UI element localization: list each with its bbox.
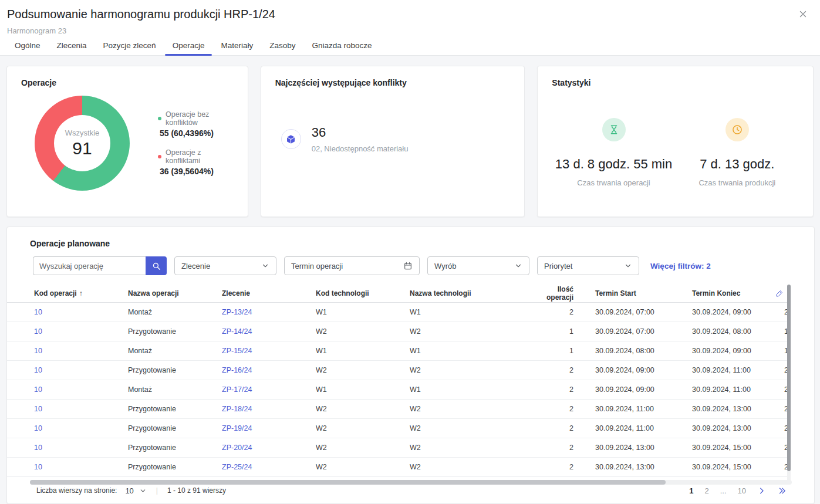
filter-bar: Zlecenie Termin operacji Wyrób Priorytet (33, 256, 814, 275)
conflict-count: 36 (312, 125, 409, 140)
cell-kod-operacji-link[interactable]: 10 (34, 424, 128, 432)
cell-zlecenie-link[interactable]: ZP-16/24 (222, 366, 316, 374)
cell-zlecenie-link[interactable]: ZP-20/24 (222, 444, 316, 452)
cell-termin-koniec: 30.09.2024, 15:00 (670, 444, 767, 452)
header-nazwa-technologii[interactable]: Nazwa technologii (410, 289, 536, 297)
filter-zlecenie-select[interactable]: Zlecenie (174, 256, 276, 275)
dialog-header: Podsumowanie harmonogramu produkcji HRP-… (0, 0, 820, 21)
cell-nazwa-operacji: Przygotowanie (128, 366, 222, 374)
page-number[interactable]: 10 (738, 486, 746, 495)
cell-zlecenie-link[interactable]: ZP-14/24 (222, 327, 316, 336)
cell-kod-operacji-link[interactable]: 10 (34, 327, 128, 336)
cell-zlecenie-link[interactable]: ZP-15/24 (222, 347, 316, 355)
table-body: 10 Montaż ZP-13/24 W1 W1 2 30.09.2024, 0… (7, 303, 814, 477)
filter-wyrob-select[interactable]: Wyrób (427, 256, 529, 275)
tab[interactable]: Zasoby (261, 38, 303, 55)
tab[interactable]: Zlecenia (49, 38, 95, 55)
rows-per-page-select[interactable]: 10 (125, 486, 146, 495)
table-row[interactable]: 10 Montaż ZP-15/24 W1 W1 1 30.09.2024, 0… (7, 341, 791, 361)
page-number[interactable]: ... (720, 486, 727, 495)
cell-kod-operacji-link[interactable]: 10 (34, 444, 128, 452)
filter-priorytet-select[interactable]: Priorytet (537, 256, 639, 275)
table-header-row: Kod operacji↑ Nazwa operacji Zlecenie Ko… (7, 284, 791, 303)
conflicts-card-title: Najczęściej występujące konflikty (275, 78, 511, 87)
legend-label: Operacje bez konfliktów (166, 110, 234, 127)
cell-ilosc-operacji: 2 (536, 385, 573, 394)
table-row[interactable]: 10 Montaż ZP-13/24 W1 W1 2 30.09.2024, 0… (7, 303, 791, 322)
table-row[interactable]: 10 Przygotowanie ZP-25/24 W2 W2 2 30.09.… (7, 458, 791, 477)
cell-cutoff-column: 2 (767, 405, 788, 413)
table-row[interactable]: 10 Przygotowanie ZP-20/24 W2 W2 2 30.09.… (7, 438, 791, 458)
tab[interactable]: Gniazda robocze (303, 38, 380, 55)
filter-termin-operacji-date[interactable]: Termin operacji (284, 256, 420, 275)
header-nazwa-operacji[interactable]: Nazwa operacji (128, 289, 222, 297)
cell-zlecenie-link[interactable]: ZP-19/24 (222, 424, 316, 432)
header-ilosc-operacji[interactable]: Ilość operacji (536, 285, 573, 302)
tab[interactable]: Operacje (164, 38, 213, 55)
cell-nazwa-technologii: W1 (410, 385, 536, 394)
table-row[interactable]: 10 Montaż ZP-17/24 W1 W1 2 30.09.2024, 0… (7, 380, 791, 400)
header-kod-operacji[interactable]: Kod operacji↑ (34, 289, 128, 297)
tab[interactable]: Ogólne (6, 38, 49, 55)
table-row[interactable]: 10 Przygotowanie ZP-14/24 W2 W2 1 30.09.… (7, 322, 791, 341)
next-page-button[interactable] (757, 486, 766, 495)
cell-zlecenie-link[interactable]: ZP-13/24 (222, 308, 316, 316)
cell-nazwa-operacji: Przygotowanie (128, 444, 222, 452)
cell-kod-operacji-link[interactable]: 10 (34, 347, 128, 355)
donut-legend: Operacje bez konfliktów 55 (60,4396%) Op… (158, 110, 234, 176)
cell-kod-operacji-link[interactable]: 10 (34, 463, 128, 471)
cell-kod-operacji-link[interactable]: 10 (34, 366, 128, 374)
sort-asc-icon: ↑ (79, 289, 83, 297)
vertical-scrollbar-thumb[interactable] (787, 285, 791, 471)
conflict-type-label: 02, Niedostępność materiału (312, 144, 409, 153)
cell-termin-start: 30.09.2024, 09:00 (573, 366, 670, 374)
cell-kod-technologii: W1 (316, 308, 410, 316)
tab[interactable]: Materiały (212, 38, 261, 55)
last-page-button[interactable] (777, 486, 787, 495)
more-filters-link[interactable]: Więcej filtrów: 2 (650, 262, 711, 270)
table-row[interactable]: 10 Przygotowanie ZP-19/24 W2 W2 2 30.09.… (7, 419, 791, 438)
cell-ilosc-operacji: 2 (536, 424, 573, 432)
cell-kod-technologii: W1 (316, 347, 410, 355)
planned-operations-title: Operacje planowane (30, 239, 814, 248)
cell-termin-start: 30.09.2024, 11:00 (573, 424, 670, 432)
package-icon (281, 129, 301, 149)
table-row[interactable]: 10 Przygotowanie ZP-18/24 W2 W2 2 30.09.… (7, 400, 791, 419)
cell-nazwa-operacji: Montaż (128, 347, 222, 355)
vertical-scrollbar-track[interactable] (787, 285, 791, 482)
tab[interactable]: Pozycje zleceń (95, 38, 164, 55)
page-number[interactable]: 1 (689, 486, 693, 495)
cell-nazwa-technologii: W2 (410, 327, 536, 336)
tab-label: Ogólne (15, 41, 41, 50)
cell-zlecenie-link[interactable]: ZP-17/24 (222, 385, 316, 394)
cell-nazwa-operacji: Przygotowanie (128, 405, 222, 413)
edit-columns-button[interactable] (775, 289, 784, 297)
content-area: Operacje Wszystkie 91 Operacje bez konfl… (0, 56, 820, 504)
cell-ilosc-operacji: 2 (536, 463, 573, 471)
pencil-icon (775, 289, 784, 297)
cell-nazwa-operacji: Montaż (128, 308, 222, 316)
cell-kod-operacji-link[interactable]: 10 (34, 405, 128, 413)
donut-center-value: 91 (72, 138, 92, 158)
filter-label: Wyrób (434, 262, 456, 270)
search-input[interactable] (33, 256, 146, 275)
header-kod-technologii[interactable]: Kod technologii (316, 289, 410, 297)
header-termin-start[interactable]: Termin Start (573, 289, 670, 297)
filter-label: Termin operacji (291, 262, 343, 270)
cell-kod-operacji-link[interactable]: 10 (34, 385, 128, 394)
cell-termin-start: 30.09.2024, 13:00 (573, 444, 670, 452)
close-button[interactable] (797, 8, 809, 21)
calendar-icon (403, 261, 413, 270)
table-row[interactable]: 10 Przygotowanie ZP-16/24 W2 W2 2 30.09.… (7, 361, 791, 380)
cell-zlecenie-link[interactable]: ZP-18/24 (222, 405, 316, 413)
header-termin-koniec[interactable]: Termin Koniec (670, 289, 767, 297)
header-zlecenie[interactable]: Zlecenie (222, 289, 316, 297)
cell-zlecenie-link[interactable]: ZP-25/24 (222, 463, 316, 471)
cell-termin-koniec: 30.09.2024, 09:00 (670, 308, 767, 316)
tab-label: Zasoby (269, 41, 295, 50)
page-number[interactable]: 2 (704, 486, 708, 495)
cell-termin-koniec: 30.09.2024, 13:00 (670, 405, 767, 413)
rows-per-page-label: Liczba wierszy na stronie: (36, 486, 117, 495)
search-button[interactable] (146, 256, 167, 275)
cell-kod-operacji-link[interactable]: 10 (34, 308, 128, 316)
